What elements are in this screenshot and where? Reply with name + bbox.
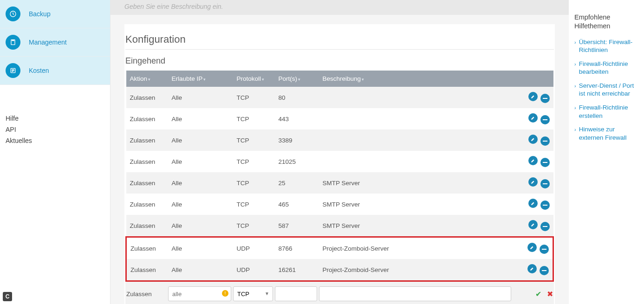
chevron-right-icon: › (574, 126, 576, 142)
sort-icon: ▾ (203, 77, 206, 82)
col-desc[interactable]: Beschreibung▾ (319, 71, 512, 87)
chevron-right-icon: › (574, 61, 576, 76)
help-link-label: Firewall-Richtlinie bearbeiten (579, 60, 639, 76)
table-row: ZulassenAlleTCP443 (126, 108, 553, 129)
col-proto[interactable]: Protokoll▾ (233, 71, 275, 87)
cell-action: Zulassen (126, 215, 168, 237)
cell-desc: SMTP Server (319, 194, 512, 215)
sidebar-item-management[interactable]: Management (0, 28, 110, 57)
sidebar-nav: Backup Management Kosten (0, 0, 110, 85)
remove-icon[interactable] (540, 179, 550, 188)
cancel-add-icon[interactable]: ✖ (547, 290, 553, 298)
edit-icon[interactable] (527, 264, 537, 273)
add-proto-select[interactable] (233, 286, 273, 301)
cell-proto: UDP (233, 237, 275, 259)
remove-icon[interactable] (540, 136, 550, 146)
cell-ports: 25 (275, 172, 319, 194)
cell-ip: Alle (168, 87, 233, 108)
remove-icon[interactable] (540, 201, 550, 210)
table-row: ZulassenAlleUDP16261Project-Zomboid-Serv… (126, 259, 553, 281)
cell-proto: UDP (233, 259, 275, 281)
cell-proto: TCP (233, 172, 275, 194)
sidebar-item-label: Management (29, 39, 67, 46)
table-row: ZulassenAlleTCP25SMTP Server (126, 172, 553, 194)
cell-proto: TCP (233, 215, 275, 237)
description-field[interactable]: Geben Sie eine Beschreibung ein. (111, 0, 569, 15)
remove-icon[interactable] (540, 222, 550, 231)
edit-icon[interactable] (528, 220, 538, 229)
sort-icon: ▾ (298, 77, 300, 82)
help-link-label: Hinweise zur externen Firewall (579, 125, 639, 142)
warning-icon: ! (222, 290, 228, 297)
sidebar-item-kosten[interactable]: Kosten (0, 57, 110, 85)
cell-ip: Alle (168, 259, 233, 281)
remove-icon[interactable] (540, 158, 550, 167)
footer-link-hilfe[interactable]: Hilfe (6, 113, 104, 124)
add-rule-row: Zulassen ! ▼ (125, 282, 554, 304)
help-link-label: Übersicht: Firewall-Richtlinien (579, 38, 639, 54)
app-switcher-icon[interactable]: C (3, 292, 12, 301)
sort-icon: ▾ (362, 77, 364, 82)
cell-ports: 443 (275, 108, 319, 129)
edit-icon[interactable] (527, 243, 537, 252)
footer-link-api[interactable]: API (6, 124, 104, 135)
list-icon (6, 63, 20, 78)
cell-action: Zulassen (126, 237, 168, 259)
clipboard-icon (6, 35, 20, 50)
help-link[interactable]: ›Firewall-Richtlinie bearbeiten (574, 60, 639, 76)
section-title: Konfiguration (125, 33, 554, 50)
chevron-right-icon: › (574, 104, 576, 120)
help-link[interactable]: ›Server-Dienst / Port ist nicht erreichb… (574, 82, 639, 98)
inbound-title: Eingehend (125, 56, 554, 66)
remove-icon[interactable] (540, 115, 550, 124)
col-action[interactable]: Aktion▾ (126, 71, 168, 87)
sidebar-item-backup[interactable]: Backup (0, 0, 110, 28)
cell-proto: TCP (233, 151, 275, 172)
cell-ip: Alle (168, 108, 233, 129)
help-link[interactable]: ›Übersicht: Firewall-Richtlinien (574, 38, 639, 54)
cell-ports: 465 (275, 194, 319, 215)
sort-icon: ▾ (148, 77, 150, 82)
cell-desc (319, 87, 512, 108)
add-ports-input[interactable] (275, 286, 317, 301)
sidebar-footer: Hilfe API Aktuelles (0, 85, 110, 146)
table-header-row: Aktion▾ Erlaubte IP▾ Protokoll▾ Port(s)▾… (126, 71, 553, 87)
edit-icon[interactable] (528, 113, 538, 123)
cell-ports: 16261 (275, 259, 319, 281)
help-link[interactable]: ›Firewall-Richtlinie erstellen (574, 103, 639, 120)
edit-icon[interactable] (528, 199, 538, 208)
sidebar: Backup Management Kosten Hilfe API Aktue… (0, 0, 111, 304)
cell-ip: Alle (168, 237, 233, 259)
table-row: ZulassenAlleUDP8766Project-Zomboid-Serve… (126, 237, 553, 259)
confirm-add-icon[interactable]: ✔ (535, 290, 541, 298)
col-ip[interactable]: Erlaubte IP▾ (168, 71, 233, 87)
cell-ports: 587 (275, 215, 319, 237)
help-panel: Empfohlene Hilfethemen ›Übersicht: Firew… (569, 0, 644, 304)
table-row: ZulassenAlleTCP587SMTP Server (126, 215, 553, 237)
col-ports[interactable]: Port(s)▾ (275, 71, 319, 87)
footer-link-aktuelles[interactable]: Aktuelles (6, 135, 104, 146)
cell-ports: 3389 (275, 129, 319, 151)
edit-icon[interactable] (528, 177, 538, 187)
remove-icon[interactable] (540, 266, 549, 275)
cell-action: Zulassen (126, 172, 168, 194)
edit-icon[interactable] (528, 156, 538, 165)
remove-icon[interactable] (540, 245, 549, 254)
edit-icon[interactable] (528, 135, 538, 144)
cell-action: Zulassen (126, 129, 168, 151)
table-row: ZulassenAlleTCP3389 (126, 129, 553, 151)
cell-desc: Project-Zomboid-Server (319, 237, 512, 259)
cell-ip: Alle (168, 215, 233, 237)
cell-desc (319, 129, 512, 151)
chevron-right-icon: › (574, 39, 576, 54)
cell-action: Zulassen (126, 151, 168, 172)
sidebar-item-label: Backup (29, 10, 51, 18)
edit-icon[interactable] (528, 92, 538, 101)
add-desc-input[interactable] (319, 286, 511, 301)
help-link[interactable]: ›Hinweise zur externen Firewall (574, 125, 639, 142)
cell-ports: 21025 (275, 151, 319, 172)
remove-icon[interactable] (540, 94, 550, 103)
add-action-label: Zulassen (125, 282, 167, 304)
clock-icon (6, 6, 20, 21)
cell-proto: TCP (233, 194, 275, 215)
